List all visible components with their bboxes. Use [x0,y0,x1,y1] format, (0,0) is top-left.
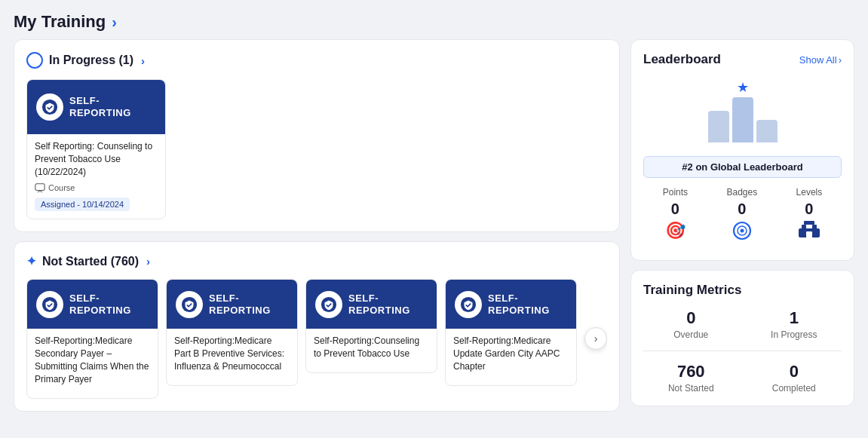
in-progress-label: In Progress (1) [49,54,133,67]
ns-card-4-banner-text: SELF-REPORTING [488,293,550,316]
page-container: My Training › In Progress (1) › [0,0,868,438]
right-column: Leaderboard Show All › ★ [630,39,854,426]
tm-completed: 0 Completed [747,362,842,394]
not-started-chevron[interactable]: › [146,255,150,268]
svg-rect-12 [804,221,814,225]
lb-badges-label: Badges [726,187,757,198]
svg-rect-10 [802,225,806,237]
not-started-card-1[interactable]: SELF-REPORTING Self-Reporting:Medicare S… [26,279,158,398]
lb-levels-icon [799,221,820,242]
ns-card-3-banner: SELF-REPORTING [306,280,437,329]
podium-3rd [756,120,778,142]
assigned-badge: Assigned - 10/14/2024 [35,198,130,211]
svg-rect-1 [35,184,44,191]
ns-card-4-title: Self-Reporting:Medicare Update Garden Ci… [453,335,569,372]
tm-divider [643,351,842,351]
self-reporting-logo [36,93,63,121]
course-banner-text: SELF-REPORTING [69,95,131,118]
in-progress-chevron[interactable]: › [141,54,145,67]
in-progress-panel: In Progress (1) › [14,39,620,232]
podium-1st: ★ [732,79,753,142]
lb-points-value: 0 [671,201,679,218]
global-rank-text: #2 on Global Leaderboard [682,161,802,173]
leaderboard-panel: Leaderboard Show All › ★ [630,39,854,261]
svg-rect-13 [806,231,812,237]
tm-in-progress: 1 In Progress [747,308,842,340]
lb-metric-badges: Badges 0 [726,187,757,245]
page-title: My Training › [14,12,854,32]
in-progress-icon [26,52,43,69]
ns-card-1-banner-text: SELF-REPORTING [69,293,131,316]
course-type: Course [35,182,158,193]
show-all-chevron: › [839,54,842,66]
lb-points-icon: 🎯 [665,221,686,240]
tm-not-started: 760 Not Started [643,362,739,394]
ns-card-3-title: Self-Reporting:Counseling to Prevent Tob… [314,335,429,360]
ns-card-4-body: Self-Reporting:Medicare Update Garden Ci… [446,329,576,384]
tm-completed-label: Completed [772,383,816,394]
svg-rect-11 [812,225,817,237]
ns-logo-1 [36,291,63,318]
ns-logo-4 [455,291,482,318]
lb-levels-label: Levels [796,187,823,198]
show-all-link[interactable]: Show All › [799,54,842,66]
tm-overdue: 0 Overdue [643,308,739,340]
not-started-header: ✦ Not Started (760) › [26,254,607,268]
tm-not-started-value: 760 [677,362,705,381]
not-started-label: Not Started (760) [42,255,139,268]
svg-point-8 [740,229,744,233]
course-title: Self Reporting: Counseling to Prevent To… [35,140,158,178]
ns-logo-2 [176,291,203,318]
podium-bar-1 [732,97,753,142]
not-started-icon: ✦ [26,254,36,268]
ns-card-2-banner: SELF-REPORTING [167,280,297,329]
ns-card-3-body: Self-Reporting:Counseling to Prevent Tob… [306,329,437,372]
tm-completed-value: 0 [790,362,799,381]
ns-card-1-banner: SELF-REPORTING [27,280,158,329]
not-started-cards: SELF-REPORTING Self-Reporting:Medicare S… [26,279,607,398]
course-type-label: Course [48,183,75,192]
podium-bar-2 [708,111,729,142]
tm-overdue-label: Overdue [673,329,708,340]
show-all-label: Show All [799,54,837,66]
course-card-body: Self Reporting: Counseling to Prevent To… [27,134,165,219]
training-metrics-title: Training Metrics [643,283,842,298]
lb-levels-value: 0 [805,201,813,218]
not-started-panel: ✦ Not Started (760) › [14,241,620,411]
course-type-icon [35,182,45,193]
ns-card-2-title: Self-Reporting:Medicare Part B Preventiv… [174,335,290,372]
training-metrics-panel: Training Metrics 0 Overdue 1 In Progress… [630,270,854,406]
podium-star: ★ [737,79,749,96]
page-title-text: My Training [14,12,106,32]
ns-card-4-banner: SELF-REPORTING [446,280,576,329]
tm-in-progress-value: 1 [790,308,799,328]
podium: ★ [643,75,842,147]
tm-not-started-label: Not Started [668,383,714,394]
leaderboard-header: Leaderboard Show All › [643,52,842,67]
not-started-card-3[interactable]: SELF-REPORTING Self-Reporting:Counseling… [305,279,437,373]
in-progress-course-card[interactable]: SELF-REPORTING Self Reporting: Counselin… [26,79,166,219]
lb-badges-icon [732,221,752,245]
training-metrics-grid: 0 Overdue 1 In Progress 760 Not Started … [643,308,842,394]
global-rank-bar: #2 on Global Leaderboard [643,156,842,178]
tm-overdue-value: 0 [686,308,695,328]
lb-badges-value: 0 [738,201,746,218]
ns-logo-3 [315,291,342,318]
ns-card-1-title: Self-Reporting:Medicare Secondary Payer … [35,335,150,385]
course-card-banner: SELF-REPORTING [27,80,165,134]
scroll-right-button[interactable]: › [584,327,607,350]
tm-in-progress-label: In Progress [771,329,817,340]
not-started-card-2[interactable]: SELF-REPORTING Self-Reporting:Medicare P… [166,279,298,385]
in-progress-cards: SELF-REPORTING Self Reporting: Counselin… [26,79,607,219]
lb-points-label: Points [663,187,688,198]
ns-card-2-banner-text: SELF-REPORTING [209,293,271,316]
page-title-chevron[interactable]: › [112,14,117,31]
lb-metric-levels: Levels 0 [796,187,823,245]
left-column: In Progress (1) › [14,39,620,426]
ns-card-3-banner-text: SELF-REPORTING [348,293,410,316]
podium-2nd [708,111,729,142]
ns-card-2-body: Self-Reporting:Medicare Part B Preventiv… [167,329,297,384]
not-started-card-4[interactable]: SELF-REPORTING Self-Reporting:Medicare U… [445,279,577,385]
leaderboard-metrics: Points 0 🎯 Badges 0 [643,187,842,245]
main-layout: In Progress (1) › [14,39,854,426]
